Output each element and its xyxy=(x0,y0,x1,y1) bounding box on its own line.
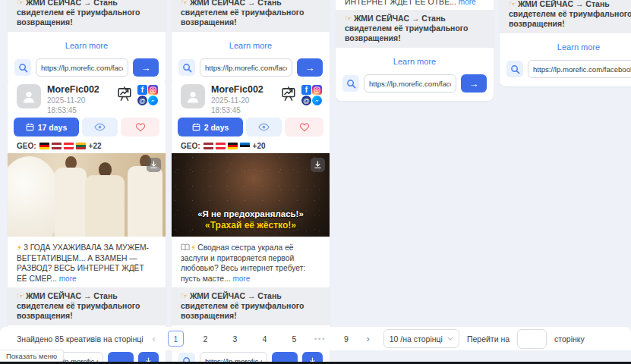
landing-preview-button[interactable] xyxy=(280,86,297,102)
presentation-chart-icon xyxy=(116,86,133,102)
calendar-icon xyxy=(26,123,34,131)
goto-page-input[interactable] xyxy=(517,329,547,349)
pointing-hand-icon: ☞ xyxy=(181,291,188,300)
heart-icon xyxy=(299,123,310,132)
instagram-icon[interactable] xyxy=(148,85,158,95)
facebook-icon[interactable]: f xyxy=(301,85,311,95)
calendar-icon xyxy=(192,123,200,131)
download-image-button[interactable] xyxy=(147,158,161,172)
heart-icon xyxy=(135,123,146,132)
search-icon xyxy=(510,64,520,74)
person-icon xyxy=(184,87,202,105)
presentation-chart-icon xyxy=(280,86,297,102)
cta-bar: ☞ЖМИ СЕЙЧАС → Стань свидетелем её триумф… xyxy=(8,287,166,325)
more-link[interactable]: more xyxy=(59,275,77,283)
open-url-button[interactable]: → xyxy=(133,58,159,77)
threads-icon[interactable]: @ xyxy=(137,96,147,105)
search-button[interactable] xyxy=(178,59,195,76)
more-link[interactable]: more xyxy=(232,275,250,283)
image-overlay-text: «Я не предохранялась!» «Трахай её жёстко… xyxy=(172,209,330,231)
geo-more-count[interactable]: +20 xyxy=(253,142,266,150)
threads-icon[interactable]: @ xyxy=(301,96,311,105)
landing-url-input[interactable] xyxy=(364,74,456,93)
days-active-button[interactable]: 17 days xyxy=(14,118,79,136)
days-active-button[interactable]: 2 days xyxy=(178,118,243,136)
search-button[interactable] xyxy=(506,61,523,77)
creative-card: MoreFic002 2025-11-20 18:53:45 f @ 17 da… xyxy=(8,78,166,364)
favorite-button[interactable] xyxy=(285,118,323,136)
messenger-icon[interactable] xyxy=(148,96,158,105)
at-flag-icon xyxy=(216,143,226,149)
cta-bar: ☞ЖМИ СЕЙЧАС → Стань свидетелем её триумф… xyxy=(336,10,494,48)
cta-bar: ☞ЖМИ СЕЙЧАС → Стань свидетелем её триумф… xyxy=(500,0,631,33)
lv-flag-icon xyxy=(203,143,213,149)
page-button-4[interactable]: 4 xyxy=(257,331,273,347)
views-button[interactable] xyxy=(82,118,118,136)
de-flag-icon xyxy=(228,143,238,149)
cta-bar: ☞ЖМИ СЕЙЧАС → Стань свидетелем её триумф… xyxy=(172,287,330,325)
pointing-hand-icon: ☞ xyxy=(17,291,24,300)
messenger-icon[interactable] xyxy=(312,96,322,105)
eye-icon xyxy=(258,123,270,131)
creative-text: ⚡Сводная сестра украла её заслуги и прит… xyxy=(172,237,330,287)
search-icon xyxy=(346,79,356,89)
learn-more-link[interactable]: Learn more xyxy=(393,57,436,66)
pointing-hand-icon: ☞ xyxy=(509,0,516,8)
creative-image[interactable] xyxy=(8,153,166,237)
prev-page-button[interactable]: ‹ xyxy=(151,334,157,344)
geo-flag-list xyxy=(39,143,86,149)
creative-card: MoreFic002 2025-11-20 18:53:45 f @ 2 day… xyxy=(172,78,330,364)
download-image-button[interactable] xyxy=(311,158,325,172)
cta-bar: ☞ЖМИ СЕЙЧАС → Стань свидетелем её триумф… xyxy=(8,0,166,32)
pagination-bar: Знайдено 85 креативів на сторінці ‹ 1 2 … xyxy=(0,327,631,350)
creative-image[interactable]: «Я не предохранялась!» «Трахай её жёстко… xyxy=(172,153,330,237)
search-button[interactable] xyxy=(14,59,31,76)
search-icon xyxy=(18,63,28,73)
page-ellipsis: ••• xyxy=(314,335,326,343)
goto-page-label: Перейти на xyxy=(467,334,510,344)
next-page-button[interactable]: › xyxy=(364,334,371,344)
profile-name[interactable]: MoreFic002 xyxy=(211,84,280,96)
lightning-icon: ⚡ xyxy=(17,243,22,252)
learn-more-link[interactable]: Learn more xyxy=(229,41,272,50)
de-flag-icon xyxy=(39,143,49,149)
avatar xyxy=(17,84,41,108)
search-button[interactable] xyxy=(342,75,359,92)
instagram-icon[interactable] xyxy=(312,85,322,95)
favorite-button[interactable] xyxy=(121,118,159,136)
landing-url-input[interactable] xyxy=(36,58,128,77)
pointing-hand-icon: ☞ xyxy=(17,0,24,7)
search-icon xyxy=(182,63,192,73)
open-url-button[interactable]: → xyxy=(297,58,323,77)
page-button-1[interactable]: 1 xyxy=(168,331,184,347)
page-size-select[interactable]: 10 /на сторінці xyxy=(383,329,459,348)
geo-flag-list xyxy=(203,143,250,149)
landing-url-input[interactable] xyxy=(528,60,631,78)
views-button[interactable] xyxy=(246,118,282,136)
show-menu-button[interactable]: Показать меню xyxy=(0,350,64,362)
arrow-right-icon: → xyxy=(469,78,479,89)
landing-url-input[interactable] xyxy=(200,58,292,77)
page-button-3[interactable]: 3 xyxy=(227,331,243,347)
page-button-2[interactable]: 2 xyxy=(197,331,213,347)
more-link[interactable]: more xyxy=(459,0,476,6)
pointing-hand-icon: ☞ xyxy=(181,0,188,7)
page-button-9[interactable]: 9 xyxy=(338,331,354,347)
geo-more-count[interactable]: +22 xyxy=(89,142,102,150)
download-icon xyxy=(314,161,322,169)
page-button-5[interactable]: 5 xyxy=(286,331,302,347)
open-url-button[interactable]: → xyxy=(461,74,487,93)
timestamp: 2025-11-20 18:53:45 xyxy=(211,96,280,115)
landing-preview-button[interactable] xyxy=(116,86,133,102)
profile-name[interactable]: MoreFic002 xyxy=(47,84,116,96)
download-icon xyxy=(150,161,158,169)
lv-flag-icon xyxy=(52,143,62,149)
learn-more-link[interactable]: Learn more xyxy=(557,42,600,52)
geo-label: GEO: xyxy=(17,142,36,150)
creative-card-partial: ИНТЕРНЕТ ЖДЁТ ЕЁ ОТВЕ... more ☞ЖМИ СЕЙЧА… xyxy=(172,0,330,85)
geo-label: GEO: xyxy=(181,142,200,150)
lt-flag-icon xyxy=(76,143,86,149)
lightning-icon: ⚡ xyxy=(191,243,196,252)
facebook-icon[interactable]: f xyxy=(137,85,147,95)
learn-more-link[interactable]: Learn more xyxy=(65,41,108,50)
